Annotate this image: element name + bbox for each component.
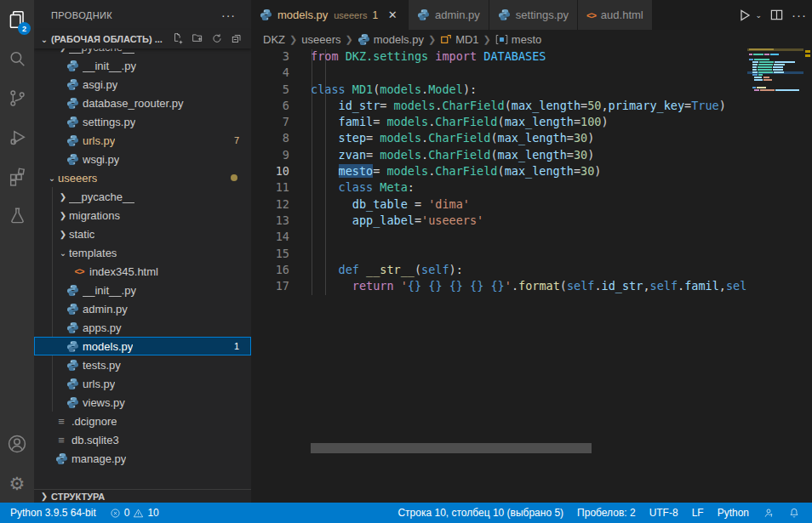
code-line-9[interactable]: 9 zvan= models.CharField(max_length=30) [251,147,747,163]
outline-section-header[interactable]: ❯ СТРУКТУРА [34,489,251,503]
line-number[interactable]: 17 [251,278,289,294]
code-line-11[interactable]: 11 class Meta: [251,179,747,196]
status-indentation[interactable]: Пробелов: 2 [570,503,643,523]
line-number[interactable]: 10 [251,163,289,179]
tree-item-db.sqlite3[interactable]: ≡db.sqlite3 [34,430,251,449]
tree-item-database_roouter.py[interactable]: database_roouter.py [34,94,251,112]
activity-item-testing[interactable] [0,196,34,235]
collapse-all-icon[interactable] [232,33,244,46]
tree-item-__pycache__[interactable]: ❯__pycache__ [34,187,251,206]
python-file-icon [260,9,272,21]
status-language-mode[interactable]: Python [711,503,756,523]
line-number[interactable]: 8 [251,130,289,146]
code-line-10[interactable]: 10 mesto= models.CharField(max_length=30… [251,163,747,179]
status-encoding[interactable]: UTF-8 [643,503,685,523]
new-file-icon[interactable] [173,33,186,46]
python-file-icon [66,153,79,166]
tree-item-views.py[interactable]: views.py [34,393,251,412]
status-eol[interactable]: LF [685,503,711,523]
breadcrumb-useeers[interactable]: useeers [301,33,340,46]
tab-aud.html[interactable]: <>aud.html [578,0,652,30]
line-number[interactable]: 6 [251,98,289,114]
tree-item-urls.py[interactable]: urls.py7 [34,131,251,150]
line-number[interactable]: 5 [251,82,289,98]
tree-item-models.py[interactable]: models.py1 [34,337,251,355]
activity-item-extensions[interactable] [0,156,34,196]
code-line-12[interactable]: 12 db_table = 'dima' [251,196,747,213]
minimap-line [752,66,757,68]
split-editor-icon[interactable] [770,9,783,21]
tree-item-.dcignore[interactable]: ≡.dcignore [34,412,251,430]
tree-item-urls.py[interactable]: urls.py [34,374,251,393]
tree-item-templates[interactable]: ⌄templates [34,243,251,262]
tree-item-__pycache__[interactable]: ❯__pycache__ [34,48,251,56]
more-actions-icon[interactable]: ··· [792,8,807,22]
tree-item-asgi.py[interactable]: asgi.py [34,75,251,94]
code-line-14[interactable]: 14 [251,229,747,245]
breadcrumb-mesto[interactable]: mesto [495,33,541,46]
status-python-interpreter[interactable]: Python 3.9.5 64-bit [3,503,103,523]
line-number[interactable]: 12 [251,196,289,213]
code-line-17[interactable]: 17 return '{} {} {} {} {}'.format(self.i… [251,278,747,294]
line-number[interactable]: 3 [251,48,289,65]
tab-settings.py[interactable]: settings.py [489,0,577,30]
line-number[interactable]: 13 [251,213,289,229]
tab-models.py[interactable]: models.pyuseeers1✕ [251,0,408,30]
tree-item-migrations[interactable]: ❯migrations [34,206,251,225]
code-line-8[interactable]: 8 step= models.CharField(max_length=30) [251,130,747,146]
line-number[interactable]: 4 [251,65,289,81]
line-number[interactable]: 16 [251,262,289,278]
status-problems[interactable]: 010 [103,503,166,523]
workspace-section-header[interactable]: ⌄ (РАБОЧАЯ ОБЛАСТЬ) ... [34,30,251,48]
tree-item-manage.py[interactable]: manage.py [34,449,251,468]
code-editor[interactable]: 3from DKZ.settings import DATABASES45cla… [251,48,747,503]
breadcrumb-DKZ[interactable]: DKZ [263,33,285,46]
new-folder-icon[interactable] [192,33,205,46]
tree-item-static[interactable]: ❯static [34,225,251,243]
tree-item-settings.py[interactable]: settings.py [34,112,251,131]
tree-item-__init__.py[interactable]: __init__.py [34,56,251,75]
activity-item-settings[interactable]: ⚙ [0,463,34,503]
code-line-6[interactable]: 6 id_str= models.CharField(max_length=50… [251,98,747,114]
status-feedback[interactable] [756,503,781,523]
horizontal-scrollbar[interactable] [311,443,592,453]
breadcrumb-models.py[interactable]: models.py [357,33,424,46]
code-line-4[interactable]: 4 [251,65,747,81]
beaker-icon [7,205,28,226]
activity-item-account[interactable] [0,424,34,463]
code-line-13[interactable]: 13 app_label='useeers' [251,213,747,229]
tree-item-__init__.py[interactable]: __init__.py [34,281,251,299]
code-line-16[interactable]: 16 def __str__(self): [251,262,747,278]
refresh-icon[interactable] [212,33,225,46]
tab-admin.py[interactable]: admin.py [409,0,489,30]
minimap[interactable] [747,48,803,503]
tree-item-wsgi.py[interactable]: wsgi.py [34,150,251,168]
activity-item-search[interactable] [0,39,34,78]
tree-item-apps.py[interactable]: apps.py [34,318,251,337]
code-line-3[interactable]: 3from DKZ.settings import DATABASES [251,48,747,65]
line-number[interactable]: 9 [251,147,289,163]
run-button[interactable] [738,9,752,22]
explorer-more-actions-icon[interactable]: ··· [221,9,236,22]
line-number[interactable]: 7 [251,114,289,130]
activity-item-source-control[interactable] [0,78,34,117]
run-dropdown-icon[interactable]: ⌄ [755,11,762,20]
tree-item-admin.py[interactable]: admin.py [34,299,251,318]
line-number[interactable]: 15 [251,246,289,262]
code-line-7[interactable]: 7 famil= models.CharField(max_length=100… [251,114,747,130]
status-cursor-position[interactable]: Строка 10, столбец 10 (выбрано 5) [391,503,570,523]
minimap-line [753,54,763,55]
activity-item-run-debug[interactable] [0,117,34,156]
tree-item-tests.py[interactable]: tests.py [34,355,251,374]
warning-icon [133,508,144,519]
activity-item-explorer[interactable]: 2 [0,0,34,39]
tree-item-index345.html[interactable]: <>index345.html [34,262,251,281]
line-number[interactable]: 14 [251,229,289,245]
line-number[interactable]: 11 [251,179,289,196]
breadcrumb-MD1[interactable]: MD1 [440,33,478,46]
close-icon[interactable]: ✕ [386,9,399,21]
status-notifications[interactable] [781,503,807,523]
tree-item-useeers[interactable]: ⌄useeers [34,168,251,187]
code-line-15[interactable]: 15 [251,246,747,262]
code-line-5[interactable]: 5class MD1(models.Model): [251,82,747,98]
